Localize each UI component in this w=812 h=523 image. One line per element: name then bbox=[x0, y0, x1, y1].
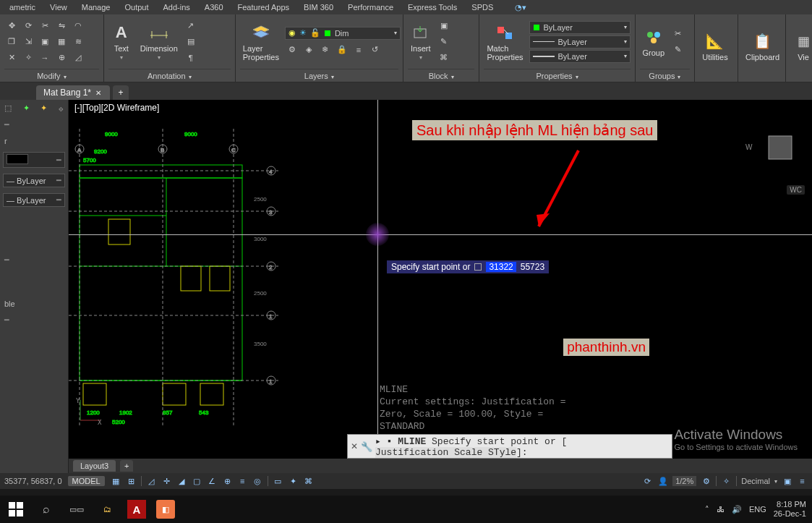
fillet-icon[interactable]: ◠ bbox=[71, 19, 85, 33]
menu-item[interactable]: BIM 360 bbox=[297, 1, 340, 13]
move-icon[interactable]: ✥ bbox=[4, 19, 19, 33]
wcs-badge[interactable]: WC bbox=[787, 185, 805, 195]
layer-off-icon[interactable]: ⚙ bbox=[285, 43, 299, 57]
scale-icon[interactable]: ▣ bbox=[38, 35, 52, 49]
gizmo-icon[interactable]: ✦ bbox=[288, 476, 299, 487]
menu-item[interactable]: Featured Apps bbox=[231, 1, 296, 13]
layout-tab[interactable]: Layout3 bbox=[73, 460, 116, 472]
join-icon[interactable]: ⊕ bbox=[54, 51, 69, 65]
layer-properties-button[interactable]: Layer Properties bbox=[240, 21, 282, 63]
tray-network-icon[interactable]: 🖧 bbox=[717, 505, 725, 514]
cmdline-wrench-icon[interactable]: 🔧 bbox=[361, 441, 372, 452]
tray-clock[interactable]: 8:18 PM 26-Dec-1 bbox=[774, 500, 806, 519]
menu-extra-icon[interactable]: ◔▾ bbox=[508, 1, 533, 14]
clean-icon[interactable]: ▣ bbox=[782, 476, 792, 487]
dyn-options-icon[interactable] bbox=[474, 263, 482, 271]
new-layout-button[interactable]: + bbox=[120, 460, 133, 472]
offset-icon[interactable]: ≋ bbox=[71, 35, 85, 49]
leader-icon[interactable]: ↗ bbox=[184, 19, 198, 33]
table-icon[interactable]: ▤ bbox=[184, 35, 198, 49]
create-block-icon[interactable]: ▣ bbox=[437, 19, 451, 33]
snap-icon[interactable]: ⊞ bbox=[126, 476, 137, 487]
coordinates-readout[interactable]: 35377, 56837, 0 bbox=[4, 477, 62, 485]
layer-lock-icon[interactable]: 🔒 bbox=[335, 43, 349, 57]
ws-icon[interactable]: ✧ bbox=[721, 476, 732, 487]
tray-chevron-icon[interactable]: ˄ bbox=[705, 505, 709, 514]
explode-icon[interactable]: ✧ bbox=[21, 51, 35, 65]
lineweight-dropdown[interactable]: ByLayer▾ bbox=[529, 50, 631, 63]
ungroup-icon[interactable]: ✂ bbox=[670, 27, 685, 41]
gear-icon[interactable]: ⚙ bbox=[701, 476, 711, 487]
properties-palette[interactable]: ⬚ ✦ ✦ ⟐ ━ r ━ — ByLayer━ — ByLayer━ ━ bl… bbox=[0, 100, 69, 473]
layer-iso-icon[interactable]: ◈ bbox=[302, 43, 316, 57]
current-layer-dropdown[interactable]: ◉ ☀ 🔓 Dim ▾ bbox=[285, 27, 401, 40]
insert-button[interactable]: Insert ▾ bbox=[408, 21, 434, 62]
panel-label[interactable]: Annotation▾ bbox=[108, 69, 231, 82]
drawing-canvas[interactable]: [-][Top][2D Wireframe] 9000 9000 9200 57… bbox=[69, 100, 812, 473]
panel-label[interactable]: Modify▾ bbox=[4, 69, 99, 82]
tray-language[interactable]: ENG bbox=[749, 505, 766, 514]
menu-item[interactable]: View bbox=[43, 1, 74, 13]
stretch-icon[interactable]: ⇲ bbox=[21, 35, 35, 49]
cmdline-close-icon[interactable]: ✕ bbox=[351, 441, 358, 451]
app-icon[interactable]: ◧ bbox=[156, 500, 175, 519]
cmdline-text[interactable]: ▸ ▪ MLINE Specify start point or [ Justi… bbox=[375, 435, 567, 458]
windows-taskbar[interactable]: ⌕ ▭▭ 🗂 A ◧ ˄ 🖧 🔊 ENG 8:18 PM 26-Dec-1 bbox=[0, 496, 812, 523]
annoscale-icon[interactable]: ⟳ bbox=[642, 476, 653, 487]
pick-add2-icon[interactable]: ✦ bbox=[40, 103, 47, 113]
menu-item[interactable]: Express Tools bbox=[401, 1, 463, 13]
tray-volume-icon[interactable]: 🔊 bbox=[732, 505, 742, 514]
new-tab-button[interactable]: + bbox=[113, 85, 129, 100]
linetype-dropdown[interactable]: ByLayer▾ bbox=[529, 35, 631, 48]
prop-color[interactable]: ━ bbox=[3, 152, 65, 168]
polar-icon[interactable]: ✛ bbox=[161, 476, 172, 487]
menu-item[interactable]: Output bbox=[118, 1, 155, 13]
annomon-icon[interactable]: 👤 bbox=[657, 476, 668, 487]
isoplane-icon[interactable]: ◢ bbox=[176, 476, 187, 487]
dyn-icon[interactable]: ⊕ bbox=[222, 476, 233, 487]
group-button[interactable]: Group bbox=[640, 25, 668, 59]
chamfer-icon[interactable]: ◿ bbox=[71, 51, 85, 65]
menu-item[interactable]: Manage bbox=[75, 1, 117, 13]
search-icon[interactable]: ⌕ bbox=[36, 499, 56, 519]
lw-icon[interactable]: ≡ bbox=[237, 476, 248, 487]
attr-icon[interactable]: ⌘ bbox=[437, 51, 451, 65]
osnap-icon[interactable]: ▢ bbox=[192, 476, 202, 487]
trim-icon[interactable]: ✂ bbox=[38, 19, 52, 33]
sel-icon[interactable]: ▭ bbox=[273, 476, 283, 487]
extend-icon[interactable]: → bbox=[38, 51, 52, 65]
panel-label[interactable]: Properties▾ bbox=[484, 69, 630, 82]
command-line[interactable]: ✕ 🔧 ▸ ▪ MLINE Specify start point or [ J… bbox=[347, 434, 672, 459]
viewport-label[interactable]: [-][Top][2D Wireframe] bbox=[74, 103, 159, 113]
pick-add-icon[interactable]: ✦ bbox=[23, 103, 30, 113]
ortho-icon[interactable]: ◿ bbox=[146, 476, 157, 487]
text-button[interactable]: A Text ▾ bbox=[108, 21, 134, 62]
close-icon[interactable]: ✕ bbox=[95, 89, 101, 97]
utilities-button[interactable]: 📐Utilities bbox=[699, 30, 730, 63]
copy-icon[interactable]: ❐ bbox=[4, 35, 19, 49]
menu-item[interactable]: Add-ins bbox=[157, 1, 197, 13]
layer-prev-icon[interactable]: ↺ bbox=[368, 43, 383, 57]
units-dropdown[interactable]: Decimal bbox=[741, 477, 770, 485]
autocad-icon[interactable]: A bbox=[127, 500, 146, 519]
document-tab[interactable]: Mat Bang 1*✕ bbox=[36, 85, 110, 100]
color-dropdown[interactable]: ByLayer▾ bbox=[529, 21, 631, 34]
mtext-icon[interactable]: ¶ bbox=[184, 51, 198, 65]
menu-item[interactable]: ametric bbox=[3, 1, 42, 13]
edit-block-icon[interactable]: ✎ bbox=[437, 35, 451, 49]
match-properties-button[interactable]: Match Properties bbox=[484, 21, 526, 63]
group-edit-icon[interactable]: ✎ bbox=[670, 43, 685, 57]
menu-item[interactable]: SPDS bbox=[465, 1, 500, 13]
viewcube[interactable]: W bbox=[754, 122, 806, 174]
layer-freeze-icon[interactable]: ❄ bbox=[318, 43, 333, 57]
mirror-icon[interactable]: ⇋ bbox=[54, 19, 69, 33]
prop-lw[interactable]: — ByLayer━ bbox=[3, 193, 65, 207]
dimension-button[interactable]: Dimension ▾ bbox=[137, 21, 181, 62]
panel-label[interactable]: Groups▾ bbox=[640, 69, 691, 82]
panel-label[interactable]: Block▾ bbox=[408, 69, 475, 82]
model-button[interactable]: MODEL bbox=[68, 476, 105, 486]
trans-icon[interactable]: ◎ bbox=[252, 476, 263, 487]
quickselect-icon[interactable]: ⟐ bbox=[59, 104, 64, 113]
grid-icon[interactable]: ▦ bbox=[111, 476, 121, 487]
erase-icon[interactable]: ✕ bbox=[4, 51, 19, 65]
